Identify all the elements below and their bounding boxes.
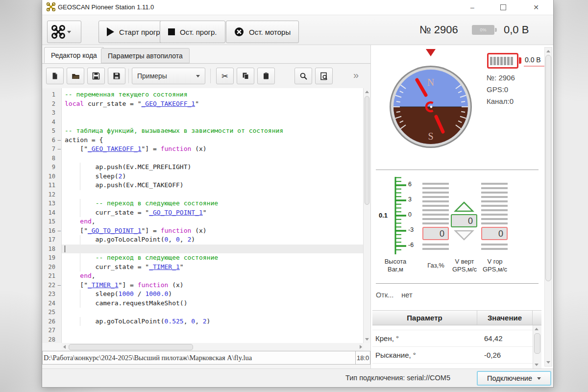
code-line[interactable]: -- таблица функций, вызываемых в зависим… [62,126,370,136]
throttle-value: 0 [422,227,449,240]
arrow-down-icon [454,229,474,241]
maximize-icon [500,4,506,10]
code-line[interactable] [62,108,370,118]
code-line[interactable]: end, [62,271,370,281]
paste-button[interactable] [257,68,275,84]
code-line[interactable] [62,118,370,127]
drone-icon [51,25,65,39]
table-row[interactable]: Тангаж, °3,75 [372,325,533,330]
telemetry-voltage: 0.0 В [524,56,547,67]
telemetry-panel: N S 0.0 В №: 2906 GPS:0 Канал:0 630-3-6 … [370,45,553,368]
search-replace-button[interactable] [315,68,333,84]
battery-voltage: 0,0 В [504,24,529,36]
editor-vertical-scrollbar[interactable] [363,88,370,343]
code-line[interactable]: -- переменная текущего состояния [62,90,370,99]
scroll-left-icon[interactable] [63,345,66,349]
search-button[interactable] [294,68,312,84]
table-scrollbar[interactable] [533,325,541,368]
telemetry-board-number: №: 2906 [487,74,515,82]
save-all-button[interactable] [108,68,125,84]
search-in-document-icon [320,72,328,80]
code-line[interactable]: -- переход в следующее состояние [62,253,370,263]
open-file-button[interactable] [67,68,84,84]
new-file-button[interactable] [46,68,64,84]
editor-pane: Редактор кода Параметры автопилота [42,45,370,368]
close-button[interactable]: ✕ [525,0,547,15]
chevron-down-icon [196,75,200,77]
scrollbar-thumb[interactable] [545,55,551,281]
throttle-gauge: 0 [422,183,449,252]
code-line[interactable]: local curr_state = "_GEO_TAKEOFF_1" [62,99,370,109]
code-line[interactable]: ["_TIMER_1"] = function (x) [62,281,370,290]
copy-button[interactable] [237,68,254,84]
drone-menu-button[interactable] [47,21,81,43]
stop-program-button[interactable]: Ост. прогр. [160,21,225,43]
scroll-right-icon[interactable] [360,345,362,349]
scrollbar-thumb[interactable] [365,96,369,205]
connection-bar: Тип подключения: serial://COM5 Подключен… [42,368,553,387]
tab-code-editor[interactable]: Редактор кода [44,47,104,63]
editor-toolbar: Примеры ✂ [42,64,370,88]
code-line[interactable] [62,190,370,199]
scroll-up-icon[interactable] [365,91,369,93]
editor-horizontal-scrollbar[interactable] [62,343,364,351]
connection-button[interactable]: Подключение [477,371,551,386]
stop-motors-label: Ост. моторы [249,28,291,36]
save-button[interactable] [87,68,105,84]
code-editor[interactable]: 123456–7–8910111213141516–171819202122–2… [42,88,370,343]
code-line[interactable] [62,308,370,317]
code-line[interactable]: ["_GO_TO_POINT_1"] = function (x) [62,226,370,236]
scroll-up-icon[interactable] [546,50,550,52]
code-line[interactable]: ap.push(Ev.MCE_TAKEOFF) [62,181,370,190]
connection-button-label: Подключение [487,374,532,382]
code-line[interactable]: -- переход в следующее состояние [62,199,370,208]
new-file-icon [51,72,59,80]
code-line[interactable] [62,154,370,163]
scroll-down-icon[interactable] [535,364,539,366]
tab-autopilot-params[interactable]: Параметры автопилота [101,48,190,63]
examples-dropdown[interactable]: Примеры [132,68,205,84]
toolbar-overflow-button[interactable]: » [353,70,358,81]
code-line[interactable]: curr_state = "_GO_TO_POINT_1" [62,208,370,218]
scrollbar-thumb[interactable] [534,333,540,354]
v-hor-label: V горGPS,м/с [480,258,510,273]
altitude-step-label: 0.1 [379,212,388,219]
code-line[interactable] [62,245,370,254]
minimize-button[interactable]: – [461,0,484,15]
app-logo-icon [47,2,55,11]
v-hor-value: 0 [481,227,508,240]
editor-status-bar: D:\Работа\конкурс\2024-2025\Высший пилот… [42,351,370,365]
battery-icon: 0% [472,25,494,35]
scrollbar-thumb[interactable] [69,344,193,350]
save-icon [92,72,100,80]
scroll-down-icon[interactable] [365,338,369,341]
code-text-area[interactable]: -- переменная текущего состоянияlocal cu… [62,88,370,343]
code-line[interactable]: curr_state = "_TIMER_1" [62,263,370,272]
scroll-down-icon[interactable] [546,361,550,364]
code-line[interactable] [62,326,370,335]
maximize-button[interactable] [492,0,514,15]
code-line[interactable]: camera.requestMakeShot() [62,299,370,308]
code-line[interactable] [62,335,370,343]
scroll-up-icon[interactable] [535,328,539,330]
code-line[interactable]: sleep(2) [62,172,370,181]
code-line[interactable]: ap.push(Ev.MCE_PREFLIGHT) [62,163,370,172]
cursor-position: 18:0 [355,351,370,364]
code-line[interactable]: action = { [62,136,370,145]
cut-button[interactable]: ✂ [216,68,234,84]
code-line[interactable]: end, [62,217,370,226]
disconnect-status: Отк...нет [376,291,413,299]
table-row[interactable]: Рыскание, °-0,26 [372,347,533,364]
stop-motors-button[interactable]: Ост. моторы [226,21,299,43]
v-hor-gauge: 0 [481,183,508,252]
save-all-icon [113,72,121,80]
code-line[interactable]: ["_GEO_TAKEOFF_1"] = function (x) [62,145,370,154]
code-line[interactable]: sleep(1000 / 1000.0) [62,290,370,299]
panel-scrollbar[interactable] [544,47,552,367]
line-number-gutter: 123456–7–8910111213141516–171819202122–2… [42,88,62,343]
table-row[interactable]: Крен, °64,42 [372,330,533,347]
heading-marker-icon [426,49,436,56]
code-line[interactable]: ap.goToLocalPoint(0, 0, 2) [62,235,370,245]
code-line[interactable]: ap.goToLocalPoint(0.525, 0, 2) [62,317,370,326]
copy-icon [242,72,249,80]
